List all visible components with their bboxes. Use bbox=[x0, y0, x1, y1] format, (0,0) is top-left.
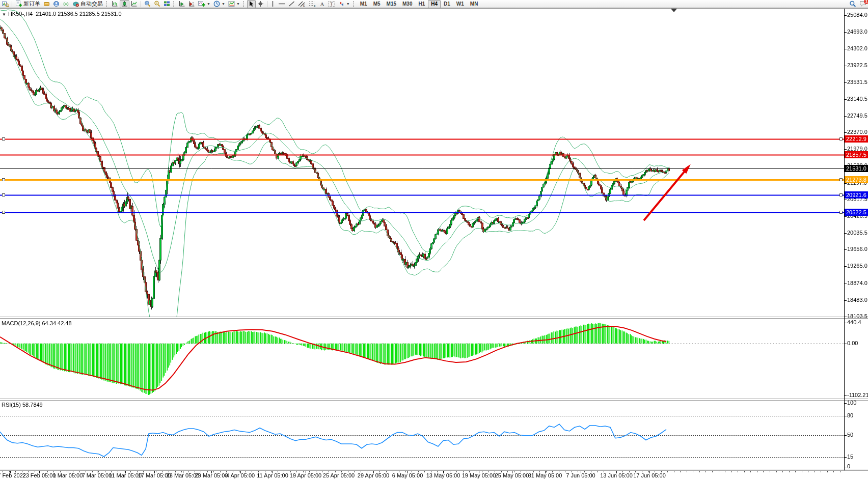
zoom-in-button[interactable] bbox=[143, 0, 152, 8]
price-axis-tick: 23531.5 bbox=[847, 79, 867, 85]
crosshair-button[interactable] bbox=[256, 0, 265, 8]
crosshair-icon bbox=[257, 1, 264, 7]
toolbar-separator bbox=[12, 1, 12, 7]
indicators-button[interactable]: ▼ bbox=[197, 0, 212, 8]
price-axis-tick: 24693.0 bbox=[847, 29, 867, 35]
periods-icon bbox=[213, 1, 220, 7]
chart-shift-button[interactable] bbox=[187, 0, 197, 8]
svg-text:F: F bbox=[314, 5, 316, 8]
time-axis-label: 25 May 05:00 bbox=[495, 472, 529, 478]
zoom-out-button[interactable] bbox=[152, 0, 162, 8]
new-chart-icon bbox=[2, 1, 9, 7]
chart-bars-button[interactable] bbox=[110, 0, 120, 8]
horizontal-line-button[interactable] bbox=[277, 0, 287, 8]
trendline-button[interactable] bbox=[287, 0, 296, 8]
price-line-badge: 21531.0 bbox=[845, 165, 868, 172]
chart-title: ▼HK50-,H4 21401.0 21536.5 21285.5 21531.… bbox=[2, 11, 122, 17]
zoom-out-icon bbox=[154, 1, 160, 7]
channel-icon: E bbox=[298, 1, 306, 7]
chart-menu-toggle-icon[interactable]: ▼ bbox=[2, 12, 6, 17]
chart-line-button[interactable] bbox=[129, 0, 139, 8]
autotrading-button[interactable]: 自动交易 bbox=[71, 0, 104, 8]
shapes-button[interactable]: ▼ bbox=[337, 0, 351, 8]
macd-axis-tick: 0.00 bbox=[847, 340, 858, 346]
rsi-axis-tick: 50 bbox=[847, 432, 853, 438]
vertical-line-button[interactable] bbox=[269, 0, 277, 8]
chat-button[interactable]: 1 bbox=[858, 0, 868, 8]
time-axis-label: 7 Jun 05:00 bbox=[566, 472, 595, 478]
text-button[interactable]: A bbox=[318, 0, 327, 8]
trading-terminal-window: 新订单自动交易▼▼▼EFAT▼M1M5M15M30H1H4D1W1MN1 ▼HK… bbox=[0, 0, 868, 480]
time-axis-label: 25 Apr 05:00 bbox=[323, 472, 355, 478]
market-icon bbox=[43, 1, 50, 7]
chart-symbol-period: HK50-,H4 bbox=[8, 11, 33, 17]
timeframe-button-w1[interactable]: W1 bbox=[453, 0, 467, 8]
periods-button[interactable]: ▼ bbox=[212, 0, 227, 8]
svg-text:E: E bbox=[303, 4, 305, 7]
toolbar-grip[interactable] bbox=[353, 1, 356, 7]
tile-windows-button[interactable] bbox=[162, 0, 172, 8]
new-chart-button[interactable] bbox=[1, 0, 10, 8]
channel-button[interactable]: E bbox=[296, 0, 307, 8]
vertical-line-icon bbox=[270, 1, 275, 7]
time-axis-label: 4 Apr 05:00 bbox=[226, 472, 255, 478]
timeframe-button-h1[interactable]: H1 bbox=[415, 0, 428, 8]
chart-bars-icon bbox=[112, 1, 118, 7]
rsi-name: RSI(15) bbox=[2, 402, 21, 408]
toolbar-grip[interactable] bbox=[243, 1, 246, 7]
price-axis-tick: 22749.5 bbox=[847, 112, 867, 119]
timeframe-button-m15[interactable]: M15 bbox=[384, 0, 399, 8]
toolbar-grip[interactable] bbox=[106, 1, 108, 7]
macd-indicator-label: MACD(12,26,9) 64.34 42.48 bbox=[2, 320, 72, 326]
time-axis-label: 7 Mar 05:00 bbox=[82, 472, 112, 478]
toolbar-button-label: 新订单 bbox=[23, 0, 40, 8]
toolbar-separator bbox=[267, 1, 267, 7]
time-axis-label: 13 May 05:00 bbox=[426, 472, 460, 478]
time-axis-label: 19 Apr 05:00 bbox=[290, 472, 321, 478]
price-axis-tick: 18483.0 bbox=[847, 297, 867, 303]
notification-badge: 1 bbox=[864, 0, 868, 4]
new-order-icon bbox=[15, 1, 22, 7]
time-axis-label: 13 Jun 05:00 bbox=[600, 472, 633, 478]
chart-candles-button[interactable] bbox=[120, 0, 129, 8]
timeframe-button-h4[interactable]: H4 bbox=[428, 0, 441, 8]
chart-line-icon bbox=[131, 1, 138, 7]
price-axis-tick: 19656.0 bbox=[847, 246, 867, 252]
macd-name: MACD(12,26,9) bbox=[2, 320, 40, 326]
time-axis-label: 17 Feb 2022 bbox=[0, 472, 26, 478]
timeframe-button-mn[interactable]: MN bbox=[467, 0, 481, 8]
fibonacci-button[interactable]: F bbox=[307, 0, 318, 8]
svg-text:A: A bbox=[320, 1, 324, 7]
toolbar-grip[interactable] bbox=[173, 1, 176, 7]
toolbar-separator bbox=[141, 1, 141, 7]
chevron-down-icon: ▼ bbox=[222, 2, 225, 6]
price-axis-tick: 24302.0 bbox=[847, 45, 867, 51]
search-icon bbox=[849, 1, 856, 8]
community-button[interactable] bbox=[51, 0, 61, 8]
time-axis-label: 17 Jun 05:00 bbox=[633, 472, 666, 478]
price-line-badge: 21857.5 bbox=[845, 151, 868, 158]
timeframe-button-m1[interactable]: M1 bbox=[357, 0, 370, 8]
text-label-button[interactable]: T bbox=[327, 0, 337, 8]
price-chart-canvas[interactable] bbox=[0, 0, 868, 480]
signals-button[interactable] bbox=[61, 0, 71, 8]
time-axis-label: 6 May 05:00 bbox=[392, 472, 423, 478]
auto-scroll-icon bbox=[179, 1, 185, 7]
community-icon bbox=[53, 1, 60, 7]
ohlc-close: 21531.0 bbox=[101, 11, 122, 17]
cursor-button[interactable] bbox=[247, 0, 256, 8]
market-button[interactable] bbox=[42, 0, 51, 8]
chart-shift-icon bbox=[188, 1, 195, 7]
fibonacci-icon: F bbox=[309, 1, 316, 7]
timeframe-button-m5[interactable]: M5 bbox=[370, 0, 384, 8]
search-button[interactable] bbox=[848, 0, 858, 8]
auto-scroll-button[interactable] bbox=[177, 0, 187, 8]
text-label-icon: T bbox=[328, 1, 335, 7]
time-axis-label: 29 Mar 05:00 bbox=[195, 472, 228, 478]
zoom-in-icon bbox=[144, 1, 151, 7]
templates-button[interactable]: ▼ bbox=[227, 0, 241, 8]
timeframe-button-d1[interactable]: D1 bbox=[441, 0, 453, 8]
new-order-button[interactable]: 新订单 bbox=[14, 0, 42, 8]
timeframe-button-m30[interactable]: M30 bbox=[399, 0, 415, 8]
text-icon: A bbox=[319, 1, 325, 7]
